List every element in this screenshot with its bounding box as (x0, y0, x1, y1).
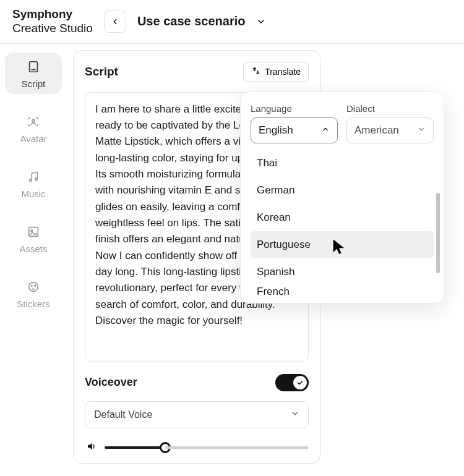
translate-label: Translate (265, 67, 301, 77)
language-option-korean[interactable]: Korean (251, 204, 434, 231)
sidebar-item-label: Music (21, 189, 45, 199)
sidebar-item-label: Script (22, 79, 45, 89)
svg-point-2 (32, 119, 35, 122)
sidebar-item-assets[interactable]: Assets (5, 218, 62, 259)
svg-point-8 (32, 285, 32, 286)
app-name-1: Symphony (12, 7, 93, 22)
dialect-value: American (354, 124, 399, 137)
voice-select-value: Default Voice (94, 409, 152, 420)
check-icon (296, 379, 304, 386)
sidebar-item-avatar[interactable]: Avatar (5, 108, 62, 149)
language-option-thai[interactable]: Thai (251, 150, 434, 177)
sidebar-item-label: Stickers (17, 299, 49, 309)
sidebar-item-music[interactable]: Music (5, 163, 62, 204)
back-button[interactable] (104, 11, 126, 33)
app-title: Symphony Creative Studio (12, 7, 93, 36)
music-icon (25, 169, 41, 185)
volume-row (85, 438, 309, 454)
sidebar: Script Avatar Music Assets Stickers (0, 44, 67, 476)
language-option-partial[interactable]: French (251, 286, 434, 297)
chevron-down-icon (417, 124, 426, 137)
panel-title: Script (85, 65, 118, 79)
translate-icon (251, 66, 261, 78)
voiceover-label: Voiceover (85, 376, 137, 389)
app-name-2: Creative Studio (12, 22, 93, 36)
chevron-left-icon (111, 17, 119, 26)
toggle-knob (293, 376, 307, 389)
slider-thumb[interactable] (160, 442, 171, 453)
sidebar-item-script[interactable]: Script (5, 53, 62, 94)
language-options: Thai German Korean Portuguese Spanish Fr… (251, 150, 434, 297)
svg-point-4 (35, 177, 38, 180)
sticker-icon (25, 279, 41, 295)
language-value: English (259, 124, 293, 137)
language-select[interactable]: English (251, 117, 338, 143)
chevron-up-icon (321, 124, 330, 137)
chevron-down-icon (291, 409, 299, 420)
translate-button[interactable]: Translate (243, 62, 309, 82)
voice-select[interactable]: Default Voice (85, 401, 309, 428)
use-case-dropdown[interactable]: Use case scenario (137, 14, 267, 28)
use-case-label: Use case scenario (137, 14, 246, 28)
header: Symphony Creative Studio Use case scenar… (0, 0, 464, 44)
dialect-select[interactable]: American (346, 117, 434, 143)
sidebar-item-label: Assets (19, 244, 47, 254)
translate-popover: Language English Dialect American Thai G… (240, 91, 444, 304)
language-label: Language (251, 103, 338, 114)
script-icon (25, 59, 41, 75)
svg-point-7 (29, 282, 38, 291)
sidebar-item-stickers[interactable]: Stickers (5, 273, 62, 314)
language-option-portuguese[interactable]: Portuguese (251, 231, 434, 258)
volume-slider[interactable] (105, 446, 307, 449)
dialect-label: Dialect (346, 103, 434, 114)
avatar-icon (25, 114, 41, 130)
svg-rect-0 (30, 61, 38, 72)
volume-icon (86, 441, 97, 454)
svg-point-6 (31, 229, 33, 231)
options-scrollbar[interactable] (436, 193, 440, 273)
language-option-german[interactable]: German (251, 177, 434, 204)
language-option-spanish[interactable]: Spanish (251, 258, 434, 286)
voiceover-toggle[interactable] (275, 374, 309, 391)
svg-point-3 (30, 179, 32, 181)
svg-point-9 (35, 285, 35, 286)
sidebar-item-label: Avatar (20, 134, 46, 144)
image-icon (25, 224, 41, 240)
chevron-down-icon (256, 17, 266, 27)
